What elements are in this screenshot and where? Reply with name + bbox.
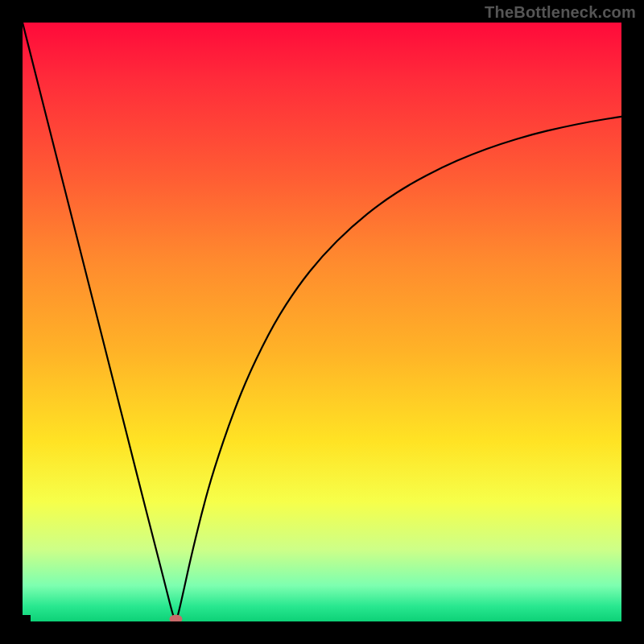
gradient-background <box>23 23 621 621</box>
chart-svg <box>23 23 621 621</box>
plot-area <box>23 23 621 621</box>
chart-frame: TheBottleneck.com <box>0 0 644 644</box>
origin-notch <box>23 615 31 621</box>
watermark-text: TheBottleneck.com <box>485 3 636 22</box>
